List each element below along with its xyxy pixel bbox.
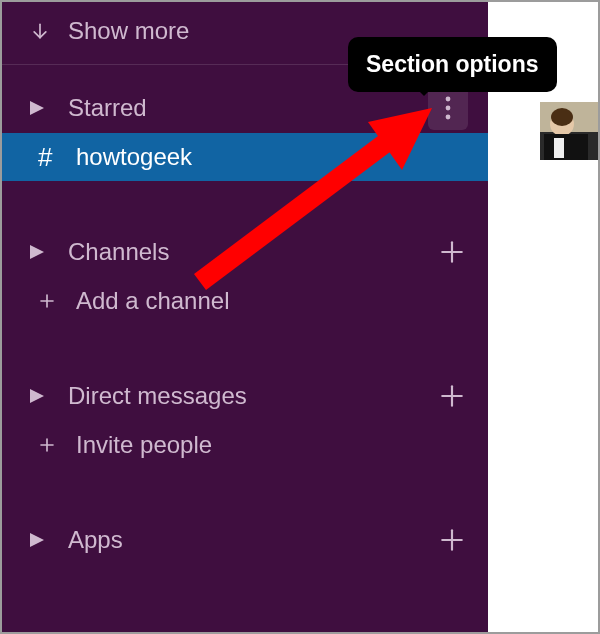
invite-people-row[interactable]: Invite people xyxy=(2,421,488,469)
svg-rect-23 xyxy=(554,138,564,158)
svg-point-4 xyxy=(446,115,451,120)
channel-howtogeek-label: howtogeek xyxy=(76,143,470,171)
caret-right-icon xyxy=(30,389,68,403)
plus-small-icon xyxy=(38,292,76,310)
svg-point-3 xyxy=(446,106,451,111)
svg-marker-5 xyxy=(30,245,44,259)
hash-icon: # xyxy=(38,142,76,173)
avatar-image xyxy=(540,102,598,160)
add-a-channel-row[interactable]: Add a channel xyxy=(2,277,488,325)
section-direct-messages[interactable]: Direct messages xyxy=(2,371,488,421)
plus-icon xyxy=(439,527,465,553)
caret-right-icon xyxy=(30,245,68,259)
section-apps-label: Apps xyxy=(68,526,434,554)
plus-icon xyxy=(439,383,465,409)
channel-howtogeek[interactable]: # howtogeek xyxy=(2,133,488,181)
svg-point-2 xyxy=(446,97,451,102)
plus-icon xyxy=(439,239,465,265)
caret-right-icon xyxy=(30,533,68,547)
section-channels-label: Channels xyxy=(68,238,434,266)
arrow-down-icon xyxy=(30,21,68,41)
add-app-button[interactable] xyxy=(434,522,470,558)
add-channel-button[interactable] xyxy=(434,234,470,270)
section-starred-label: Starred xyxy=(68,94,428,122)
svg-marker-15 xyxy=(30,533,44,547)
tooltip-text: Section options xyxy=(366,51,539,77)
invite-people-label: Invite people xyxy=(76,431,470,459)
plus-small-icon xyxy=(38,436,76,454)
section-dm-label: Direct messages xyxy=(68,382,434,410)
kebab-icon xyxy=(445,96,451,120)
svg-marker-10 xyxy=(30,389,44,403)
svg-marker-1 xyxy=(30,101,44,115)
caret-right-icon xyxy=(30,101,68,115)
section-apps[interactable]: Apps xyxy=(2,515,488,565)
section-options-button[interactable] xyxy=(428,86,468,130)
avatar[interactable] xyxy=(540,102,598,160)
svg-point-21 xyxy=(551,108,573,126)
section-channels[interactable]: Channels xyxy=(2,227,488,277)
svg-rect-22 xyxy=(544,134,588,160)
section-options-tooltip: Section options xyxy=(348,37,557,92)
add-a-channel-label: Add a channel xyxy=(76,287,470,315)
new-dm-button[interactable] xyxy=(434,378,470,414)
